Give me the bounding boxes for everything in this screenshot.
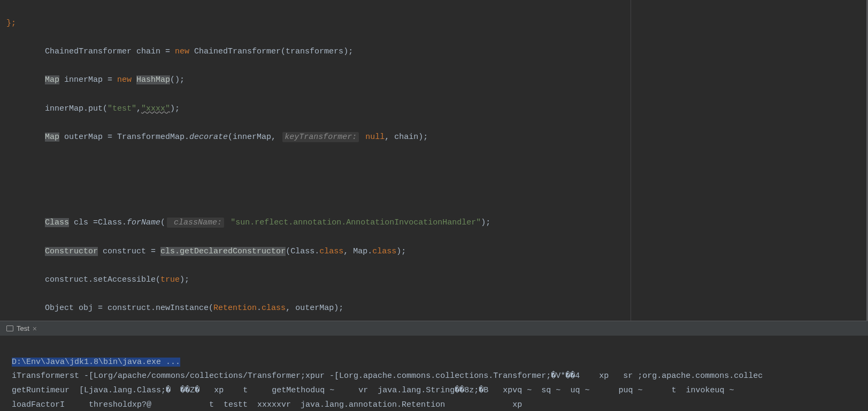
code-line xyxy=(0,159,631,174)
tab-label: Test xyxy=(17,324,29,332)
code-line: Constructor construct = cls.getDeclaredC… xyxy=(0,245,631,259)
console-line: loadFactorI thresholdxp?@ t testt xxxxxv… xyxy=(12,400,522,409)
console-line: iTransformerst -[Lorg/apache/commons/col… xyxy=(12,371,763,381)
console-line: getRuntimeur [Ljava.lang.Class;� ��Z� xp… xyxy=(12,386,763,395)
code-line: Object obj = construct.newInstance(Reten… xyxy=(0,301,631,316)
console-panel: Test × D:\Env\Java\jdk1.8\bin\java.exe .… xyxy=(0,321,868,411)
code-line: Map innerMap = new HashMap(); xyxy=(0,73,631,88)
code-line: Map outerMap = TransformedMap.decorate(i… xyxy=(0,130,631,145)
console-tab-bar: Test × xyxy=(0,321,868,336)
code-line: }; xyxy=(0,17,631,31)
run-tab-icon xyxy=(6,325,13,331)
code-editor[interactable]: }; ChainedTransformer chain = new Chaine… xyxy=(0,0,868,321)
console-command: D:\Env\Java\jdk1.8\bin\java.exe ... xyxy=(12,358,180,367)
code-line: Class cls =Class.forName( className: "su… xyxy=(0,216,631,230)
editor-content[interactable]: }; ChainedTransformer chain = new Chaine… xyxy=(0,0,631,321)
close-icon[interactable]: × xyxy=(33,324,37,333)
code-line: construct.setAccessible(true); xyxy=(0,273,631,288)
code-line xyxy=(0,188,631,202)
console-output[interactable]: D:\Env\Java\jdk1.8\bin\java.exe ... iTra… xyxy=(0,336,868,411)
tab-test[interactable]: Test × xyxy=(2,324,41,333)
code-line: ChainedTransformer chain = new ChainedTr… xyxy=(0,45,631,59)
code-line: innerMap.put("test","xxxx"); xyxy=(0,102,631,117)
